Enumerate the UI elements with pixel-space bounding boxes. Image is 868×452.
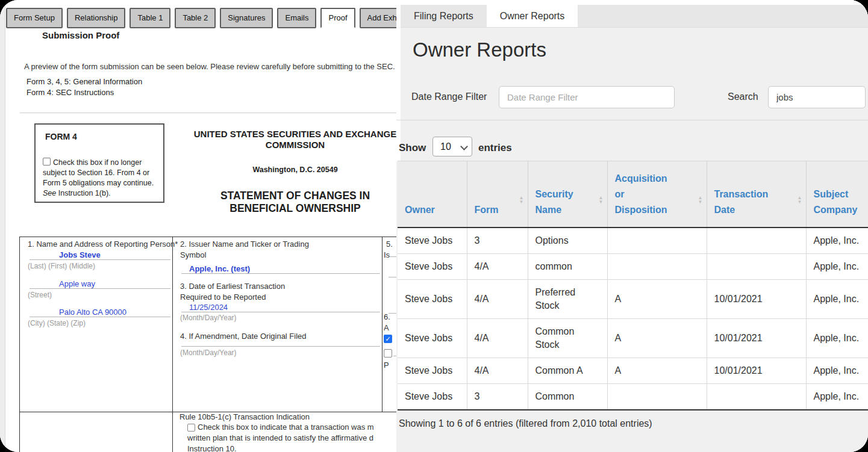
cell-acq-disp: A xyxy=(607,318,707,358)
sec-heading-block: UNITED STATES SECURITIES AND EXCHANGE CO… xyxy=(175,129,416,215)
window-left-edge xyxy=(0,0,5,452)
cell-owner: Steve Jobs xyxy=(398,318,467,358)
reporting-person-label: 1. Name and Address of Reporting Person* xyxy=(28,240,178,249)
form-link[interactable]: 4/A xyxy=(467,279,528,318)
cell-acq-disp xyxy=(607,228,707,254)
cell-security-name: Common Stock xyxy=(528,318,607,358)
form4-checkbox-box: FORM 4 Check this box if no longersubjec… xyxy=(34,123,164,203)
sort-icon: ▲▼ xyxy=(519,196,524,204)
cell-owner: Steve Jobs xyxy=(398,358,467,383)
cell-acq-disp xyxy=(607,383,707,410)
amendment-date-label: 4. If Amendment, Date Original Filed xyxy=(180,332,307,341)
cell-subject-company: Apple, Inc. xyxy=(806,253,868,279)
cell-transaction-date xyxy=(707,253,806,279)
column-header-subject-company[interactable]: SubjectCompany xyxy=(806,161,868,228)
cell-subject-company: Apple, Inc. xyxy=(806,318,868,358)
reports-panel: Filing ReportsOwner Reports Owner Report… xyxy=(396,0,868,452)
cell-acq-disp xyxy=(607,253,707,279)
doc-line-sec-instructions: Form 4: SEC Instructions xyxy=(27,88,114,97)
cell-security-name: Preferred Stock xyxy=(528,279,607,318)
editor-tab-signatures[interactable]: Signatures xyxy=(220,8,273,28)
reporting-person-street: Apple way xyxy=(59,279,95,288)
cell-owner: Steve Jobs xyxy=(398,253,467,279)
cell-subject-company: Apple, Inc. xyxy=(806,279,868,318)
cell-owner: Steve Jobs xyxy=(398,228,467,254)
cell-subject-company: Apple, Inc. xyxy=(806,383,868,410)
cell-transaction-date: 10/01/2021 xyxy=(707,318,806,358)
statement-title: STATEMENT OF CHANGES IN BENEFICIAL OWNER… xyxy=(175,190,416,215)
issuer-label: 2. Issuer Name and Ticker or Trading xyxy=(180,240,309,249)
cell-subject-company: Apple, Inc. xyxy=(806,228,868,254)
cell-security-name: common xyxy=(528,253,607,279)
date-range-input[interactable] xyxy=(499,86,675,108)
editor-tab-table-1[interactable]: Table 1 xyxy=(130,8,170,28)
table-row: Steve Jobs4/APreferred StockA10/01/2021A… xyxy=(398,279,868,318)
form-link[interactable]: 4/A xyxy=(467,253,528,279)
column-header-acquisition-or-disposition[interactable]: AcquisitionorDisposition▲▼ xyxy=(607,161,707,228)
form4-title: FORM 4 xyxy=(45,132,77,141)
reporting-person-name: Jobs Steve xyxy=(59,250,101,259)
editor-tab-emails[interactable]: Emails xyxy=(277,8,316,28)
divider xyxy=(20,113,399,113)
page: Form SetupRelationshipTable 1Table 2Sign… xyxy=(0,0,868,452)
cell-security-name: Options xyxy=(528,228,607,254)
form-link[interactable]: 3 xyxy=(467,383,528,410)
cell-transaction-date: 10/01/2021 xyxy=(707,279,806,318)
column-header-owner[interactable]: Owner xyxy=(398,161,467,228)
cell-owner: Steve Jobs xyxy=(398,383,467,410)
cell-acq-disp: A xyxy=(607,279,707,318)
sec-title-line1: UNITED STATES SECURITIES AND EXCHANGE xyxy=(175,129,416,140)
table-row: Steve Jobs3OptionsApple, Inc. xyxy=(398,228,868,254)
reporting-person-city: Palo Alto CA 90000 xyxy=(59,308,126,317)
show-label: Show xyxy=(399,142,426,154)
form-link[interactable]: 4/A xyxy=(467,318,528,358)
search-input[interactable] xyxy=(768,86,866,108)
form-link[interactable]: 3 xyxy=(467,228,528,254)
search-label: Search xyxy=(728,91,758,102)
table-row: Steve Jobs4/ACommon AA10/01/2021Apple, I… xyxy=(398,358,868,383)
column-header-transaction-date[interactable]: TransactionDate▲▼ xyxy=(707,161,806,228)
editor-tab-table-2[interactable]: Table 2 xyxy=(175,8,216,28)
column-header-security-name[interactable]: SecurityName▲▼ xyxy=(528,161,607,228)
table-info: Showing 1 to 6 of 6 entries (filtered fr… xyxy=(399,418,652,429)
cell-acq-disp: A xyxy=(607,358,707,383)
cell-subject-company: Apple, Inc. xyxy=(806,358,868,383)
earliest-transaction-label: 3. Date of Earliest Transaction xyxy=(180,282,285,291)
table-row: Steve Jobs3CommonApple, Inc. xyxy=(398,383,868,410)
sort-icon: ▲▼ xyxy=(698,196,703,204)
cell-security-name: Common A xyxy=(528,358,607,383)
editor-tab-relationship[interactable]: Relationship xyxy=(67,8,126,28)
entries-label: entries xyxy=(478,142,512,154)
cell-transaction-date: 10/01/2021 xyxy=(707,358,806,383)
cell-security-name: Common xyxy=(528,383,607,410)
table-row: Steve Jobs4/AcommonApple, Inc. xyxy=(398,253,868,279)
intro-text: A preview of the form submission can be … xyxy=(24,62,395,71)
form4-text: Check this box if no longersubject to Se… xyxy=(43,158,154,199)
sec-address: Washington, D.C. 20549 xyxy=(175,166,416,174)
sort-icon: ▲▼ xyxy=(798,196,802,204)
screenshot-stage: Form SetupRelationshipTable 1Table 2Sign… xyxy=(0,0,868,452)
editor-tab-form-setup[interactable]: Form Setup xyxy=(6,8,63,28)
reports-tab-filing-reports[interactable]: Filing Reports xyxy=(401,5,487,27)
sec-title-line2: COMMISSION xyxy=(175,140,416,150)
rule-10b5-title: Rule 10b5-1(c) Transaction Indication xyxy=(180,412,310,421)
issuer-name: Apple, Inc. (test) xyxy=(189,264,250,273)
joint-filing-checkbox-empty[interactable] xyxy=(384,349,392,358)
reports-title: Owner Reports xyxy=(413,39,546,61)
rule-10b5-checkbox[interactable] xyxy=(187,424,195,432)
joint-filing-checkbox-checked[interactable]: ✓ xyxy=(384,335,392,343)
editor-tab-proof[interactable]: Proof xyxy=(320,8,355,28)
cell-owner: Steve Jobs xyxy=(398,279,467,318)
column-header-form[interactable]: Form▲▼ xyxy=(467,161,528,228)
doc-line-general-information: Form 3, 4, 5: General Information xyxy=(27,77,142,86)
page-length-select[interactable]: 10 xyxy=(432,137,472,156)
date-range-label: Date Range Filter xyxy=(411,91,487,102)
earliest-transaction-date: 11/25/2024 xyxy=(189,303,228,312)
reports-tab-owner-reports[interactable]: Owner Reports xyxy=(487,5,578,27)
form4-checkbox[interactable] xyxy=(43,158,51,166)
table-row: Steve Jobs4/ACommon StockA10/01/2021Appl… xyxy=(398,318,868,358)
form-grid-row2: Rule 10b5-1(c) Transaction Indication Ch… xyxy=(19,411,409,452)
page-title: Submission Proof xyxy=(42,30,119,40)
form-grid-row1: 1. Name and Address of Reporting Person*… xyxy=(19,237,409,412)
form-link[interactable]: 4/A xyxy=(467,358,528,383)
